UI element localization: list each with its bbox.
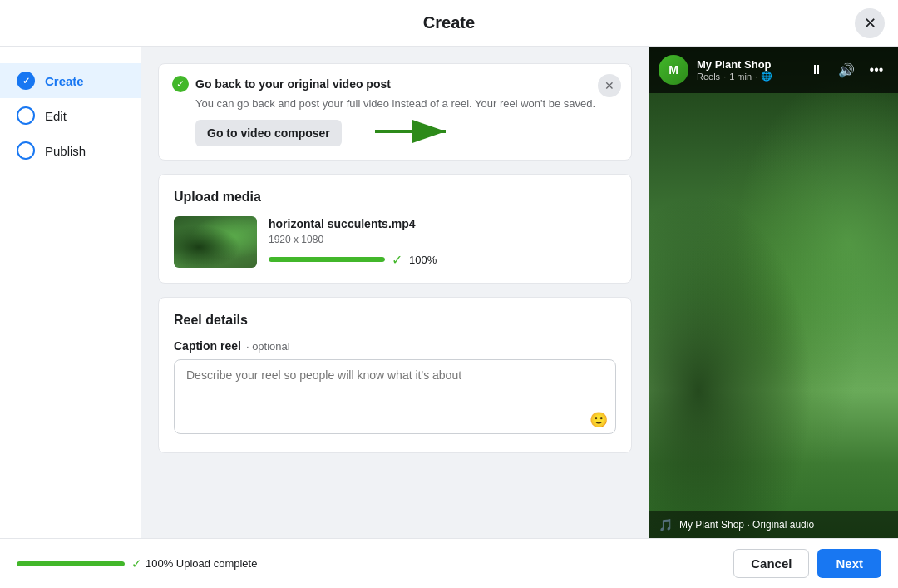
caption-label: Caption reel · optional xyxy=(174,339,616,353)
next-button[interactable]: Next xyxy=(817,549,881,578)
progress-bar-bg xyxy=(269,257,385,262)
alert-title: Go back to your original video post xyxy=(195,77,391,91)
sidebar: ✓ Create Edit Publish xyxy=(0,47,141,538)
reel-details-title: Reel details xyxy=(174,313,616,328)
close-button[interactable]: ✕ xyxy=(855,8,885,38)
alert-body: You can go back and post your full video… xyxy=(172,97,618,148)
volume-button[interactable]: 🔊 xyxy=(835,58,858,82)
modal-body: ✓ Create Edit Publish xyxy=(0,47,898,538)
upload-check-icon: ✓ xyxy=(131,556,142,571)
upload-media-section: Upload media horizontal succulents.mp4 1… xyxy=(158,174,632,284)
alert-banner: ✓ Go back to your original video post ✕ … xyxy=(158,63,632,161)
progress-row: ✓ 100% xyxy=(269,252,616,268)
upload-status-label: 100% Upload complete xyxy=(146,557,257,570)
pause-button[interactable]: ⏸ xyxy=(805,58,828,82)
video-bg-detail xyxy=(649,47,898,538)
video-thumb-inner xyxy=(174,216,257,268)
sidebar-label-publish: Publish xyxy=(45,144,86,158)
upload-media-title: Upload media xyxy=(174,190,616,205)
sidebar-label-create: Create xyxy=(45,74,84,88)
caption-wrapper: 🙂 xyxy=(174,359,616,437)
more-options-button[interactable]: ••• xyxy=(865,58,888,82)
meta-duration: 1 min xyxy=(729,72,752,82)
page-info: My Plant Shop Reels · 1 min · 🌐 xyxy=(697,58,797,82)
video-thumbnail xyxy=(174,216,257,268)
pause-icon: ⏸ xyxy=(810,62,823,77)
upload-row: horizontal succulents.mp4 1920 x 1080 ✓ … xyxy=(174,216,616,268)
step-circle-edit xyxy=(17,106,35,125)
sidebar-label-edit: Edit xyxy=(45,109,67,123)
arrow-icon xyxy=(367,118,458,148)
meta-dot: · xyxy=(723,72,726,82)
alert-header: ✓ Go back to your original video post xyxy=(172,76,618,92)
meta-dot2: · xyxy=(755,72,757,82)
upload-progress-fill xyxy=(17,561,125,566)
step-circle-publish xyxy=(17,141,35,160)
globe-icon: 🌐 xyxy=(761,71,772,82)
page-avatar: M xyxy=(659,55,688,85)
page-meta: Reels · 1 min · 🌐 xyxy=(697,71,797,82)
sidebar-item-publish[interactable]: Publish xyxy=(0,133,141,168)
emoji-icon: 🙂 xyxy=(590,412,608,428)
go-to-video-composer-button[interactable]: Go to video composer xyxy=(195,120,342,146)
modal-header: Create ✕ xyxy=(0,0,898,47)
video-footer-overlay: 🎵 My Plant Shop · Original audio xyxy=(649,511,898,538)
meta-label: Reels xyxy=(697,72,720,82)
create-modal: Create ✕ ✓ Create Edit xyxy=(0,0,898,588)
video-bg xyxy=(649,47,898,538)
alert-close-button[interactable]: ✕ xyxy=(598,74,621,97)
video-header-overlay: M My Plant Shop Reels · 1 min · 🌐 xyxy=(649,47,898,93)
progress-bar-fill xyxy=(269,257,385,262)
upload-progress-bar xyxy=(17,561,125,566)
progress-pct: 100% xyxy=(409,254,437,266)
step-number-create: ✓ xyxy=(22,76,30,86)
avatar-letter: M xyxy=(669,63,678,77)
file-name: horizontal succulents.mp4 xyxy=(269,217,616,230)
caption-label-text: Caption reel xyxy=(174,339,241,353)
alert-close-icon: ✕ xyxy=(604,79,614,92)
footer-buttons: Cancel Next xyxy=(733,549,881,578)
progress-check-icon: ✓ xyxy=(392,252,402,268)
page-name: My Plant Shop xyxy=(697,58,797,71)
video-preview-panel: M My Plant Shop Reels · 1 min · 🌐 xyxy=(649,47,898,538)
video-controls-right: ⏸ 🔊 ••• xyxy=(805,58,888,82)
sidebar-item-edit[interactable]: Edit xyxy=(0,98,141,133)
alert-text: You can go back and post your full video… xyxy=(195,97,618,110)
main-content: ✓ Go back to your original video post ✕ … xyxy=(141,47,649,538)
more-options-icon: ••• xyxy=(870,62,884,77)
caption-textarea[interactable] xyxy=(174,359,616,434)
emoji-button[interactable]: 🙂 xyxy=(590,411,608,429)
reel-details-section: Reel details Caption reel · optional 🙂 xyxy=(158,297,632,453)
file-dims: 1920 x 1080 xyxy=(269,234,616,245)
audio-credit: My Plant Shop · Original audio xyxy=(679,519,814,531)
audio-icon: 🎵 xyxy=(659,518,673,531)
step-circle-create: ✓ xyxy=(17,72,35,90)
upload-status: ✓ 100% Upload complete xyxy=(17,556,257,571)
optional-tag: · optional xyxy=(246,340,290,353)
volume-icon: 🔊 xyxy=(838,62,855,78)
cancel-button[interactable]: Cancel xyxy=(733,549,809,578)
sidebar-item-create[interactable]: ✓ Create xyxy=(0,63,141,98)
modal-footer: ✓ 100% Upload complete Cancel Next xyxy=(0,538,898,588)
success-icon: ✓ xyxy=(172,76,189,92)
modal-title: Create xyxy=(423,13,475,32)
close-icon: ✕ xyxy=(864,14,876,32)
upload-status-text: ✓ 100% Upload complete xyxy=(131,556,257,571)
file-info: horizontal succulents.mp4 1920 x 1080 ✓ … xyxy=(269,217,616,268)
